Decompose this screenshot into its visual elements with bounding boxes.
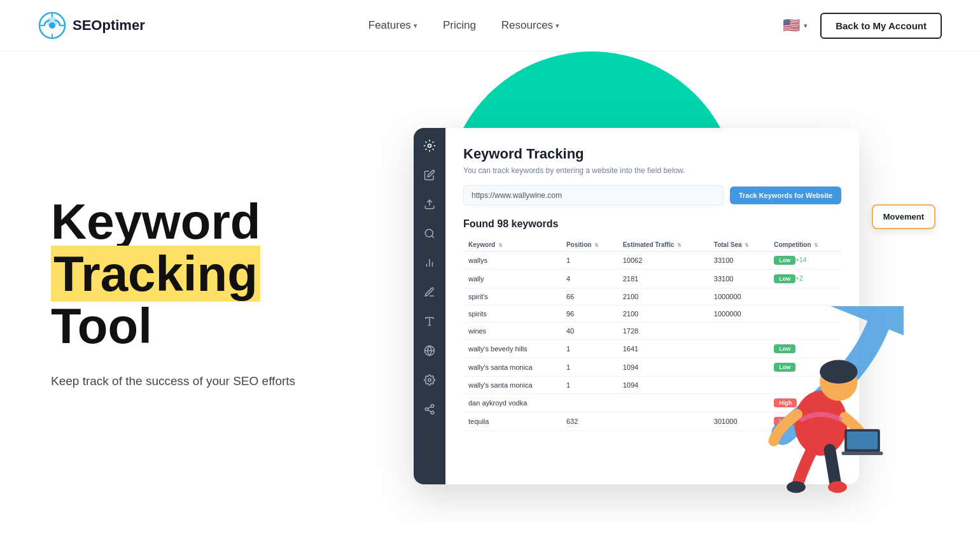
sidebar-icon-globe (422, 343, 437, 358)
flag-icon: 🇺🇸 (783, 17, 800, 34)
navbar: SEOptimer Features ▾ Pricing Resources ▾… (0, 0, 980, 52)
hero-title-line1: Keyword (51, 193, 260, 249)
table-row: wally 4 2181 33100 Low+2 (463, 270, 841, 288)
cell-keyword: spirits (463, 306, 561, 323)
competition-badge: Low (774, 274, 795, 283)
cell-keyword: dan aykroyd vodka (463, 394, 561, 412)
col-traffic: Estimated Traffic ⇅ (618, 239, 709, 251)
cell-traffic (618, 394, 709, 412)
col-competition: Competition ⇅ (769, 239, 841, 251)
cell-keyword: wally's beverly hills (463, 340, 561, 358)
logo-text: SEOptimer (73, 17, 145, 34)
back-to-account-button[interactable]: Back to My Account (820, 13, 942, 39)
cell-total: 1000000 (709, 288, 769, 306)
svg-point-15 (425, 408, 428, 411)
svg-point-2 (428, 144, 431, 148)
cell-traffic: 2100 (618, 288, 709, 306)
cell-traffic: 2100 (618, 306, 709, 323)
hero-title-line2: Tracking (51, 246, 260, 302)
cell-keyword: tequila (463, 412, 561, 431)
sidebar-icon-edit (422, 167, 437, 183)
logo-icon (38, 11, 66, 39)
col-keyword: Keyword ⇅ (463, 239, 561, 251)
cell-position: 4 (561, 270, 618, 288)
sidebar-icon-search (422, 226, 437, 241)
cell-keyword: wines (463, 323, 561, 340)
movement-popup-label: Movement (883, 212, 924, 221)
cell-traffic: 1094 (618, 377, 709, 394)
hero-section: Keyword Tracking Tool Keep track of the … (0, 52, 980, 523)
svg-point-4 (425, 229, 433, 237)
movement-value: +2 (795, 275, 802, 282)
cell-position (561, 394, 618, 412)
cell-position: 632 (561, 412, 618, 431)
language-chevron-icon: ▾ (804, 22, 808, 30)
resources-chevron-icon: ▾ (556, 22, 559, 30)
sidebar-icon-upload (422, 197, 437, 212)
sidebar-icon-type (422, 314, 437, 329)
sidebar-icon-settings (422, 372, 437, 388)
nav-item-pricing[interactable]: Pricing (443, 19, 476, 32)
features-chevron-icon: ▾ (414, 22, 417, 30)
svg-point-16 (431, 411, 434, 414)
table-row: wallys 1 10062 33100 Low+14 (463, 251, 841, 270)
logo-link[interactable]: SEOptimer (38, 11, 145, 39)
dashboard-url-input[interactable]: https://www.wallywine.com (463, 185, 724, 206)
table-row: spirit's 66 2100 1000000 (463, 288, 841, 306)
hero-title: Keyword Tracking Tool (51, 196, 356, 353)
svg-line-17 (428, 410, 431, 412)
nav-links: Features ▾ Pricing Resources ▾ (368, 19, 559, 32)
cell-competition (769, 288, 841, 306)
svg-point-22 (820, 360, 857, 384)
track-keywords-button[interactable]: Track Keywords for Website (730, 186, 841, 204)
cell-traffic: 1728 (618, 323, 709, 340)
svg-line-18 (428, 407, 431, 409)
sidebar-icon-pen (422, 285, 437, 300)
svg-point-26 (787, 481, 806, 493)
svg-point-14 (431, 405, 434, 408)
cell-competition: Low+2 (769, 270, 841, 288)
cell-position: 96 (561, 306, 618, 323)
movement-value: +14 (795, 256, 806, 263)
cell-position: 1 (561, 340, 618, 358)
cell-position: 66 (561, 288, 618, 306)
cell-total: 1000000 (709, 306, 769, 323)
cell-keyword: wally (463, 270, 561, 288)
cell-traffic: 1094 (618, 358, 709, 377)
svg-point-27 (828, 481, 847, 493)
svg-line-5 (431, 235, 433, 237)
hero-visual: Keyword Tracking You can track keywords … (382, 77, 942, 510)
competition-badge: Low (774, 256, 795, 265)
cell-total: 33100 (709, 270, 769, 288)
cell-total: 33100 (709, 251, 769, 270)
cell-traffic: 2181 (618, 270, 709, 288)
nav-pricing-label: Pricing (443, 19, 476, 32)
nav-item-resources[interactable]: Resources ▾ (501, 19, 559, 32)
cell-competition: Low+14 (769, 251, 841, 270)
cell-position: 1 (561, 251, 618, 270)
character-illustration (757, 332, 885, 497)
cell-position: 40 (561, 323, 618, 340)
sidebar-icon-share (422, 402, 437, 417)
cell-keyword: wallys (463, 251, 561, 270)
dashboard-subtitle: You can track keywords by entering a web… (463, 166, 841, 175)
hero-text: Keyword Tracking Tool Keep track of the … (51, 196, 356, 391)
nav-item-features[interactable]: Features ▾ (368, 19, 417, 32)
sidebar-icon-gear (422, 138, 437, 153)
sidebar-icon-bar-chart (422, 255, 437, 270)
svg-rect-25 (842, 452, 883, 456)
nav-features-label: Features (368, 19, 411, 32)
dashboard-search-row: https://www.wallywine.com Track Keywords… (463, 185, 841, 206)
cell-traffic: 10062 (618, 251, 709, 270)
nav-right: 🇺🇸 ▾ Back to My Account (783, 13, 942, 39)
cell-keyword: spirit's (463, 288, 561, 306)
movement-popup: Movement (872, 204, 935, 229)
cell-traffic: 1641 (618, 340, 709, 358)
col-position: Position ⇅ (561, 239, 618, 251)
cell-keyword: wally's santa monica (463, 358, 561, 377)
dashboard-title: Keyword Tracking (463, 146, 841, 162)
cell-position: 1 (561, 377, 618, 394)
svg-point-1 (49, 22, 55, 29)
language-selector[interactable]: 🇺🇸 ▾ (783, 17, 808, 34)
cell-keyword: wally's santa monica (463, 377, 561, 394)
